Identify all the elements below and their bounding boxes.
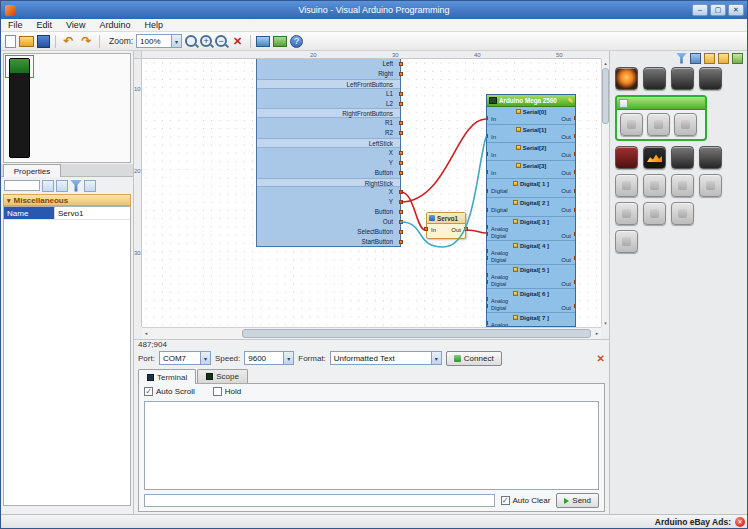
- format-select[interactable]: Unformatted Text ▾: [330, 351, 442, 365]
- delete-icon[interactable]: [230, 34, 245, 49]
- property-row[interactable]: NameServo1: [4, 207, 130, 220]
- out-pin[interactable]: [574, 116, 576, 120]
- menu-item-help[interactable]: Help: [137, 19, 170, 32]
- output-pin[interactable]: [399, 102, 403, 106]
- maximize-button[interactable]: ▢: [710, 4, 726, 16]
- output-pin[interactable]: [399, 72, 403, 76]
- analog-in-pin[interactable]: [486, 273, 488, 277]
- terminal-output[interactable]: [144, 401, 599, 490]
- folder-add-icon[interactable]: [718, 53, 729, 64]
- connect-button[interactable]: Connect: [446, 351, 502, 366]
- design-canvas[interactable]: LeftRightLeftFrontButtonsL1L2RightFrontB…: [142, 59, 601, 327]
- edit-icon[interactable]: ✎: [567, 97, 573, 105]
- output-pin[interactable]: [399, 210, 403, 214]
- in-pin[interactable]: [486, 208, 488, 212]
- filter-icon[interactable]: [676, 53, 687, 64]
- output-pin[interactable]: [399, 240, 403, 244]
- output-pin[interactable]: [399, 190, 403, 194]
- output-pin[interactable]: [399, 92, 403, 96]
- filter-icon[interactable]: [70, 180, 82, 192]
- out-pin[interactable]: [574, 256, 576, 260]
- component-icon-gray[interactable]: [674, 113, 697, 136]
- scroll-up-icon[interactable]: ▴: [602, 59, 609, 67]
- upload-icon[interactable]: [273, 36, 287, 47]
- output-pin[interactable]: [399, 200, 403, 204]
- close-button[interactable]: ✕: [728, 4, 744, 16]
- checkbox-icon[interactable]: ✓: [501, 496, 510, 505]
- component-icon-red[interactable]: [615, 146, 638, 169]
- checkbox-icon[interactable]: ✓: [144, 387, 153, 396]
- analog-in-pin[interactable]: [486, 249, 488, 253]
- component-icon-chart[interactable]: [643, 146, 666, 169]
- settings-icon[interactable]: [84, 180, 96, 192]
- output-pin[interactable]: [399, 131, 403, 135]
- folder-icon[interactable]: [704, 53, 715, 64]
- component-icon-gray[interactable]: [615, 230, 638, 253]
- menu-item-file[interactable]: File: [1, 19, 30, 32]
- minimize-button[interactable]: –: [692, 4, 708, 16]
- out-pin[interactable]: [574, 208, 576, 212]
- scrollbar-thumb[interactable]: [602, 68, 609, 124]
- scroll-left-icon[interactable]: ◂: [142, 328, 150, 339]
- servo-out-pin[interactable]: [464, 227, 468, 231]
- digital-in-pin[interactable]: [486, 304, 488, 308]
- port-select[interactable]: COM7 ▾: [159, 351, 211, 365]
- out-pin[interactable]: [574, 134, 576, 138]
- output-pin[interactable]: [399, 171, 403, 175]
- out-pin[interactable]: [574, 304, 576, 308]
- send-button[interactable]: Send: [556, 493, 599, 508]
- in-pin[interactable]: [486, 170, 488, 174]
- out-pin[interactable]: [574, 232, 576, 236]
- auto-scroll-checkbox[interactable]: ✓ Auto Scroll: [144, 387, 195, 396]
- component-icon-dark[interactable]: [699, 146, 722, 169]
- digital-in-pin[interactable]: [486, 256, 488, 260]
- in-pin[interactable]: [486, 134, 488, 138]
- in-pin[interactable]: [486, 152, 488, 156]
- out-pin[interactable]: [574, 170, 576, 174]
- component-icon-gray[interactable]: [620, 113, 643, 136]
- output-pin[interactable]: [399, 151, 403, 155]
- out-pin[interactable]: [574, 189, 576, 193]
- compile-icon[interactable]: [256, 36, 270, 47]
- open-project-icon[interactable]: [19, 36, 34, 47]
- hold-checkbox[interactable]: Hold: [213, 387, 241, 396]
- component-icon-dark[interactable]: [671, 146, 694, 169]
- out-pin[interactable]: [574, 280, 576, 284]
- component-icon-gray[interactable]: [643, 202, 666, 225]
- component-icon-gray[interactable]: [643, 174, 666, 197]
- new-file-icon[interactable]: [5, 35, 16, 48]
- output-pin[interactable]: [399, 230, 403, 234]
- send-input[interactable]: [144, 494, 495, 507]
- categorized-icon[interactable]: [42, 180, 54, 192]
- tab-terminal[interactable]: Terminal: [138, 369, 196, 384]
- component-icon-gray[interactable]: [671, 174, 694, 197]
- component-icon-power[interactable]: [615, 67, 638, 90]
- close-ad-icon[interactable]: ✕: [735, 517, 745, 527]
- component-icon-gray[interactable]: [671, 202, 694, 225]
- digital-in-pin[interactable]: [486, 280, 488, 284]
- scrollbar-thumb[interactable]: [242, 329, 591, 338]
- checkbox-icon[interactable]: [213, 387, 222, 396]
- attach-icon[interactable]: [732, 53, 743, 64]
- zoom-in-icon[interactable]: [200, 35, 212, 47]
- output-pin[interactable]: [399, 121, 403, 125]
- zoom-out-icon[interactable]: [215, 35, 227, 47]
- redo-icon[interactable]: [79, 34, 94, 49]
- component-icon-gray[interactable]: [615, 202, 638, 225]
- menu-item-edit[interactable]: Edit: [30, 19, 60, 32]
- speed-select[interactable]: 9600 ▾: [244, 351, 294, 365]
- title-bar[interactable]: Visuino - Visual Arduino Programming –▢✕: [1, 1, 747, 19]
- group-header[interactable]: [617, 97, 705, 110]
- component-icon-gray[interactable]: [699, 174, 722, 197]
- arduino-component[interactable]: Arduino Mega 2560 ✎ Serial[0]InOutSerial…: [486, 94, 576, 327]
- vertical-scrollbar[interactable]: ▴ ▾: [601, 59, 609, 327]
- analog-in-pin[interactable]: [486, 321, 488, 325]
- arduino-board-thumbnail[interactable]: [9, 58, 30, 158]
- component-icon-dark[interactable]: [671, 67, 694, 90]
- category-miscellaneous[interactable]: ▾ Miscellaneous: [3, 194, 131, 206]
- scroll-down-icon[interactable]: ▾: [602, 319, 609, 327]
- wire[interactable]: [467, 230, 486, 233]
- in-pin[interactable]: [486, 189, 488, 193]
- disconnect-icon[interactable]: ✕: [597, 353, 605, 364]
- component-icon-gray[interactable]: [615, 174, 638, 197]
